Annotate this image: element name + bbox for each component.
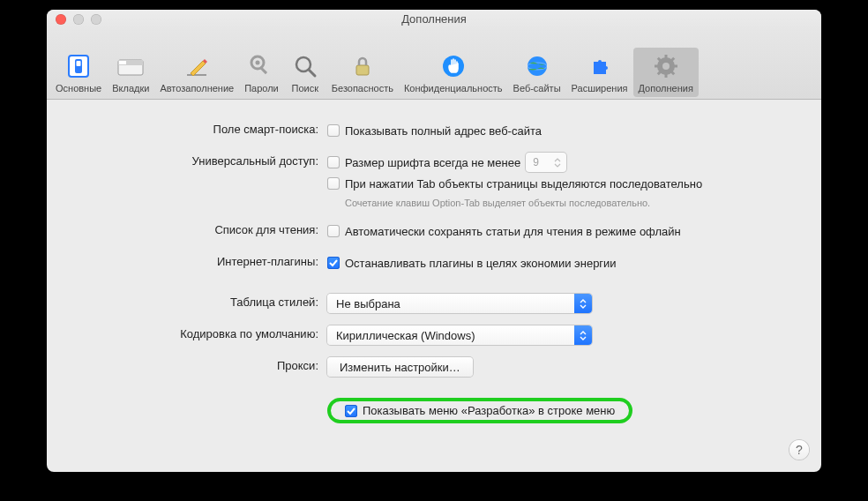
label-reading-list: Список для чтения: (56, 221, 327, 236)
toolbar-label: Расширения (572, 83, 628, 93)
chevron-updown-icon (574, 325, 592, 345)
titlebar[interactable]: Дополнения (47, 10, 821, 29)
toolbar-item-general[interactable]: Основные (50, 48, 107, 97)
search-icon (291, 51, 319, 81)
label-accessibility: Универсальный доступ: (56, 153, 327, 168)
toolbar-label: Пароли (244, 83, 279, 93)
toolbar-label: Дополнения (639, 83, 693, 93)
toolbar-label: Конфиденциальность (404, 83, 503, 93)
label-proxies: Прокси: (56, 357, 327, 372)
label-plugins: Интернет-плагины: (56, 253, 327, 268)
preferences-toolbar: Основные Вкладки Автозаполнение Пароли (47, 29, 821, 100)
chevron-updown-icon (574, 294, 592, 313)
toolbar-item-autofill[interactable]: Автозаполнение (154, 48, 239, 97)
svg-rect-5 (119, 61, 126, 64)
toolbar-label: Основные (56, 83, 101, 93)
svg-rect-14 (356, 65, 369, 75)
zoom-button (91, 14, 101, 25)
preferences-content: Поле смарт-поиска: Показывать полный адр… (47, 100, 821, 436)
hand-icon (439, 51, 468, 81)
checkbox-label: При нажатии Tab объекты страницы выделяю… (345, 177, 702, 191)
svg-rect-20 (664, 55, 667, 59)
checkbox-label: Автоматически сохранять статьи для чтени… (345, 225, 681, 238)
checkbox-label: Показывать меню «Разработка» в строке ме… (363, 404, 615, 417)
checkbox-icon (327, 156, 340, 168)
help-button[interactable]: ? (789, 440, 809, 460)
switch-icon (64, 51, 93, 81)
select-value: Кириллическая (Windows) (336, 329, 475, 342)
globe-icon (523, 51, 551, 81)
checkbox-show-full-address[interactable]: Показывать полный адрес веб-сайта (327, 121, 812, 140)
svg-marker-7 (191, 61, 206, 76)
checkbox-stop-plugins[interactable]: Останавливать плагины в целях экономии э… (327, 253, 812, 273)
toolbar-label: Вкладки (112, 83, 149, 93)
minimize-button (73, 14, 84, 25)
help-icon: ? (796, 443, 803, 457)
checkbox-label: Размер шрифта всегда не менее (345, 156, 520, 169)
checkbox-label: Показывать полный адрес веб-сайта (345, 124, 542, 138)
toolbar-item-privacy[interactable]: Конфиденциальность (399, 48, 508, 97)
spacer (56, 398, 327, 400)
toolbar-label: Автозаполнение (160, 83, 234, 93)
puzzle-icon (586, 51, 614, 81)
checkbox-min-font-size[interactable]: Размер шрифта всегда не менее 9 (327, 153, 812, 172)
checkbox-icon (327, 124, 340, 137)
button-label: Изменить настройки… (340, 361, 460, 374)
checkbox-icon (345, 405, 357, 417)
key-icon (247, 51, 275, 81)
button-change-proxy-settings[interactable]: Изменить настройки… (327, 357, 473, 377)
highlight-develop-menu: Показывать меню «Разработка» в строке ме… (327, 398, 632, 423)
svg-point-10 (256, 61, 260, 65)
svg-rect-6 (187, 74, 206, 76)
lock-icon (348, 51, 377, 81)
traffic-lights (56, 14, 101, 25)
label-stylesheet: Таблица стилей: (56, 294, 327, 309)
toolbar-item-websites[interactable]: Веб-сайты (508, 48, 566, 97)
checkbox-show-develop-menu[interactable]: Показывать меню «Разработка» в строке ме… (345, 404, 615, 417)
toolbar-label: Безопасность (332, 83, 393, 93)
close-button[interactable] (56, 14, 66, 25)
svg-rect-2 (77, 61, 81, 66)
label-smart-search: Поле смарт-поиска: (56, 121, 327, 136)
checkbox-save-offline[interactable]: Автоматически сохранять статьи для чтени… (327, 221, 812, 241)
select-stylesheet[interactable]: Не выбрана (327, 294, 592, 313)
toolbar-item-tabs[interactable]: Вкладки (107, 48, 154, 97)
svg-rect-23 (673, 65, 677, 68)
select-encoding[interactable]: Кириллическая (Windows) (327, 325, 592, 345)
checkbox-tab-highlight[interactable]: При нажатии Tab объекты страницы выделяю… (327, 174, 812, 193)
hint-option-tab: Сочетание клавиш Option-Tab выделяет объ… (345, 197, 812, 209)
tabs-icon (116, 51, 145, 81)
svg-point-19 (662, 63, 670, 70)
svg-rect-22 (655, 65, 659, 68)
window-title: Дополнения (401, 10, 467, 29)
checkbox-icon (327, 225, 340, 237)
svg-line-13 (309, 70, 315, 76)
toolbar-label: Веб-сайты (513, 83, 561, 93)
toolbar-item-search[interactable]: Поиск (284, 48, 326, 97)
select-value: 9 (533, 156, 539, 168)
preferences-window: Дополнения Основные Вкладки Автозап (47, 10, 821, 472)
checkbox-icon (327, 257, 340, 269)
toolbar-label: Поиск (292, 83, 318, 93)
pencil-icon (183, 51, 211, 81)
checkbox-icon (327, 177, 340, 190)
label-encoding: Кодировка по умолчанию: (56, 325, 327, 340)
toolbar-item-security[interactable]: Безопасность (326, 48, 399, 97)
checkbox-label: Останавливать плагины в целях экономии э… (345, 257, 617, 270)
svg-point-16 (528, 56, 547, 76)
svg-rect-21 (664, 73, 667, 78)
toolbar-item-passwords[interactable]: Пароли (239, 48, 284, 97)
chevron-updown-icon (549, 153, 566, 172)
select-min-font-size[interactable]: 9 (526, 153, 566, 172)
toolbar-item-extensions[interactable]: Расширения (566, 48, 633, 97)
select-value: Не выбрана (336, 297, 400, 310)
gear-icon (652, 51, 680, 81)
toolbar-item-advanced[interactable]: Дополнения (633, 48, 699, 97)
